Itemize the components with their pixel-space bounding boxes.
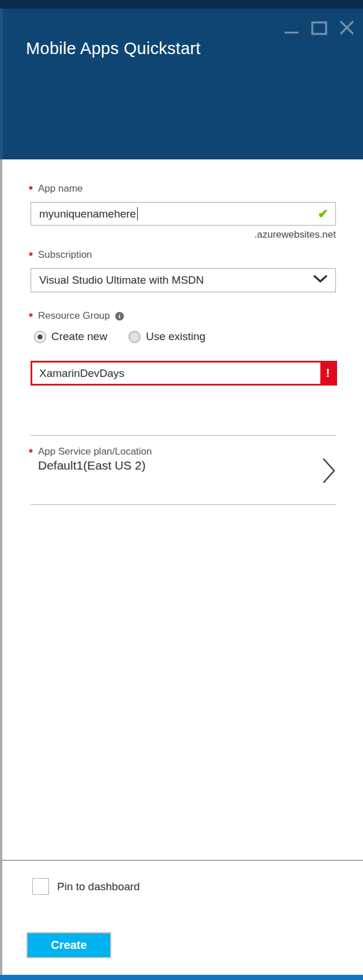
bottom-blue-strip <box>0 975 363 980</box>
mobile-apps-quickstart-blade: Mobile Apps Quickstart * App name myuniq… <box>0 0 363 980</box>
text-cursor <box>137 207 138 220</box>
resource-group-input[interactable]: XamarinDevDays ! <box>31 361 337 386</box>
required-asterisk: * <box>29 448 33 458</box>
app-name-label-row: * App name <box>29 183 83 195</box>
footer-divider <box>0 860 363 861</box>
app-service-plan-label: App Service plan/Location <box>38 446 152 457</box>
create-button[interactable]: Create <box>27 932 111 958</box>
error-icon: ! <box>320 363 335 384</box>
required-asterisk: * <box>29 251 33 261</box>
app-service-plan-label-row: * App Service plan/Location <box>29 446 152 457</box>
maximize-icon <box>311 20 327 35</box>
blade-left-border <box>0 159 2 980</box>
required-asterisk: * <box>29 185 33 195</box>
radio-create-new-label: Create new <box>51 330 107 343</box>
divider <box>31 435 336 436</box>
chevron-down-icon <box>313 274 327 287</box>
pin-label: Pin to dashboard <box>57 880 140 893</box>
radio-create-new[interactable]: Create new <box>35 330 107 343</box>
chevron-right-icon <box>322 457 336 486</box>
pin-to-dashboard-row: Pin to dashboard <box>32 878 140 895</box>
minimize-button[interactable] <box>282 18 301 37</box>
blade-header: Mobile Apps Quickstart <box>0 9 363 159</box>
info-icon[interactable]: i <box>115 312 124 321</box>
domain-suffix: .azurewebsites.net <box>31 229 336 241</box>
radio-use-existing[interactable]: Use existing <box>129 330 206 343</box>
close-icon <box>339 20 355 36</box>
radio-selected-icon <box>35 331 46 342</box>
subscription-selected-value: Visual Studio Ultimate with MSDN <box>39 274 204 287</box>
top-navy-strip <box>0 0 363 9</box>
radio-unselected-icon <box>129 331 140 342</box>
close-button[interactable] <box>338 18 356 37</box>
radio-use-existing-label: Use existing <box>146 330 206 343</box>
resource-group-label-row: * Resource Group i <box>29 310 124 322</box>
header-left-edge <box>0 9 3 159</box>
app-service-plan-selector[interactable]: * App Service plan/Location Default1(Eas… <box>0 438 363 502</box>
page-title: Mobile Apps Quickstart <box>26 39 201 58</box>
subscription-label: Subscription <box>38 249 92 261</box>
subscription-select[interactable]: Visual Studio Ultimate with MSDN <box>31 268 336 292</box>
app-name-label: App name <box>38 183 83 195</box>
maximize-button[interactable] <box>310 18 328 37</box>
divider <box>31 504 336 505</box>
app-service-plan-value: Default1(East US 2) <box>38 459 146 472</box>
subscription-label-row: * Subscription <box>29 249 92 261</box>
app-name-value: myuniquenamehere <box>39 208 136 220</box>
valid-check-icon: ✔ <box>318 208 328 220</box>
resource-group-value: XamarinDevDays <box>39 367 124 380</box>
app-name-input[interactable]: myuniquenamehere ✔ <box>31 202 336 226</box>
required-asterisk: * <box>29 312 33 322</box>
resource-group-label: Resource Group <box>38 310 110 322</box>
pin-checkbox[interactable] <box>32 878 49 895</box>
resource-group-mode-options: Create new Use existing <box>35 330 206 343</box>
minimize-icon <box>284 20 299 35</box>
window-controls <box>282 18 356 37</box>
